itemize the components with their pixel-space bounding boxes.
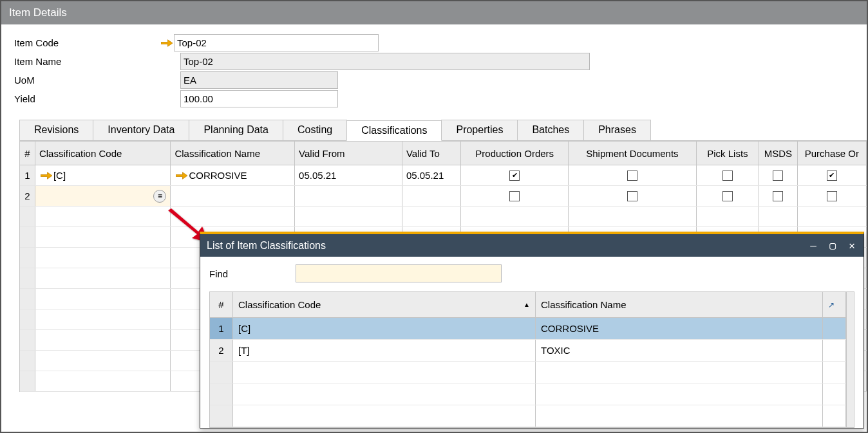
popup-col-name[interactable]: Classification Name <box>536 292 823 317</box>
checkbox-icon[interactable] <box>773 170 783 181</box>
checkbox-icon[interactable] <box>827 191 837 201</box>
row-link-arrow-icon[interactable] <box>39 169 53 183</box>
popup-col-num[interactable]: # <box>210 292 233 317</box>
find-input[interactable] <box>296 264 502 282</box>
popup-row[interactable]: 1 [C] CORROSIVE <box>210 318 846 340</box>
grid-row[interactable]: 2 ≡ <box>20 186 867 207</box>
expand-icon: ↗ <box>828 300 835 309</box>
col-header-pick-lists[interactable]: Pick Lists <box>697 142 759 165</box>
grid-header-row: # Classification Code Classification Nam… <box>20 141 867 165</box>
checkbox-icon[interactable] <box>827 170 837 181</box>
tab-planning-data[interactable]: Planning Data <box>189 120 283 140</box>
row-num[interactable]: 1 <box>20 165 35 185</box>
popup-row-name: TOXIC <box>536 340 823 361</box>
col-header-ship-docs[interactable]: Shipment Documents <box>569 142 697 165</box>
cell-prod-orders[interactable] <box>461 186 569 206</box>
cell-valid-to[interactable]: 05.05.21 <box>402 165 461 185</box>
cell-pick-lists[interactable] <box>697 165 759 185</box>
window-title-bar: Item Details <box>1 1 867 24</box>
popup-row-empty <box>210 383 846 405</box>
grid-row[interactable]: 1 [C] CORROSIVE 05.05.21 05.05.21 <box>20 165 867 186</box>
col-header-name[interactable]: Classification Name <box>171 142 295 165</box>
popup-grid-header: # Classification Code ▲ Classification N… <box>210 292 846 318</box>
find-label: Find <box>209 268 296 279</box>
tab-bar: Revisions Inventory Data Planning Data C… <box>19 120 867 141</box>
row-num[interactable]: 2 <box>20 186 35 206</box>
header-fields: Item Code Item Name UoM Yield <box>1 24 867 113</box>
col-header-code[interactable]: Classification Code <box>35 142 171 165</box>
col-header-num[interactable]: # <box>20 142 35 165</box>
popup-row-num: 2 <box>210 340 233 361</box>
cell-valid-to[interactable] <box>402 186 461 206</box>
item-name-label: Item Name <box>13 56 160 67</box>
tab-costing[interactable]: Costing <box>283 120 347 140</box>
uom-input <box>180 71 338 89</box>
popup-col-code-text: Classification Code <box>238 299 321 310</box>
sort-asc-icon: ▲ <box>524 301 530 308</box>
popup-row-code: [C] <box>233 318 536 339</box>
checkbox-icon[interactable] <box>509 191 520 201</box>
popup-row-name: CORROSIVE <box>536 318 823 339</box>
popup-row-empty <box>210 405 846 427</box>
tab-revisions[interactable]: Revisions <box>19 120 93 140</box>
popup-col-code[interactable]: Classification Code ▲ <box>233 292 536 317</box>
popup-col-name-text: Classification Name <box>541 299 627 310</box>
cell-purch-orders[interactable] <box>798 165 867 185</box>
maximize-icon[interactable]: ▢ <box>827 239 838 252</box>
cell-focus-marker <box>35 186 50 206</box>
cell-msds[interactable] <box>759 186 798 206</box>
cell-valid-from[interactable]: 05.05.21 <box>295 165 402 185</box>
classifications-lookup-dialog: List of Item Classifications — ▢ ✕ Find … <box>200 232 864 428</box>
checkbox-icon[interactable] <box>722 191 733 201</box>
cell-ship-docs[interactable] <box>569 165 697 185</box>
cell-code[interactable]: ≡ <box>35 186 171 206</box>
cell-name[interactable]: CORROSIVE <box>171 165 295 185</box>
popup-title: List of Item Classifications <box>207 240 326 252</box>
checkbox-icon[interactable] <box>627 170 637 181</box>
tab-phrases[interactable]: Phrases <box>583 120 651 140</box>
col-header-msds[interactable]: MSDS <box>759 142 798 165</box>
item-name-input <box>180 53 590 70</box>
checkbox-icon[interactable] <box>773 191 783 201</box>
yield-label: Yield <box>13 93 160 104</box>
popup-grid: # Classification Code ▲ Classification N… <box>209 291 854 428</box>
close-icon[interactable]: ✕ <box>847 239 857 252</box>
col-header-prod-orders[interactable]: Production Orders <box>461 142 569 165</box>
item-code-label: Item Code <box>13 37 160 48</box>
cell-purch-orders[interactable] <box>798 186 867 206</box>
cell-code-text: [C] <box>53 170 66 181</box>
col-header-purch-orders[interactable]: Purchase Or <box>798 142 867 165</box>
cell-name[interactable] <box>171 186 295 206</box>
col-header-valid-from[interactable]: Valid From <box>295 142 402 165</box>
cell-valid-from[interactable] <box>295 186 402 206</box>
cell-name-text: CORROSIVE <box>189 170 247 181</box>
popup-title-bar[interactable]: List of Item Classifications — ▢ ✕ <box>200 234 863 257</box>
tab-batches[interactable]: Batches <box>517 120 584 140</box>
tab-properties[interactable]: Properties <box>441 120 518 140</box>
item-code-input[interactable] <box>174 34 379 51</box>
popup-scrollbar[interactable] <box>846 292 854 427</box>
tab-classifications[interactable]: Classifications <box>346 120 442 141</box>
cell-pick-lists[interactable] <box>697 186 759 206</box>
cell-ship-docs[interactable] <box>569 186 697 206</box>
popup-col-expand[interactable]: ↗ <box>823 292 846 317</box>
yield-input[interactable] <box>180 90 338 107</box>
grid-row-empty <box>20 207 867 227</box>
popup-row-num: 1 <box>210 318 233 339</box>
lookup-button[interactable]: ≡ <box>153 190 166 203</box>
checkbox-icon[interactable] <box>509 170 520 181</box>
checkbox-icon[interactable] <box>627 191 637 201</box>
cell-prod-orders[interactable] <box>461 165 569 185</box>
minimize-icon[interactable]: — <box>808 239 818 252</box>
window-title: Item Details <box>9 6 67 19</box>
tab-inventory-data[interactable]: Inventory Data <box>93 120 189 140</box>
checkbox-icon[interactable] <box>722 170 733 181</box>
row-link-arrow-icon[interactable] <box>175 169 189 183</box>
item-code-link-arrow-icon[interactable] <box>160 36 174 50</box>
popup-row-code: [T] <box>233 340 536 361</box>
uom-label: UoM <box>13 75 160 86</box>
popup-row[interactable]: 2 [T] TOXIC <box>210 340 846 362</box>
cell-msds[interactable] <box>759 165 798 185</box>
col-header-valid-to[interactable]: Valid To <box>402 142 461 165</box>
cell-code[interactable]: [C] <box>35 165 171 185</box>
